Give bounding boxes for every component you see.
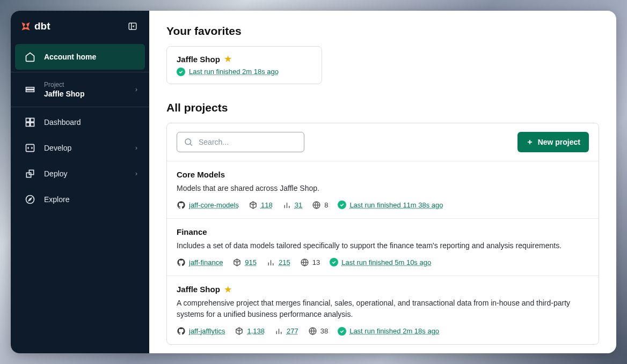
svg-point-11: [26, 196, 34, 204]
project-meta: jaff-finance 915 215 13 Last run finishe…: [177, 258, 589, 267]
status-link[interactable]: Last run finished 11m 38s ago: [349, 201, 443, 209]
project-meta: jaff-core-models 118 31 8 Last run finis…: [177, 200, 589, 210]
status-link[interactable]: Last run finished 5m 10s ago: [341, 258, 431, 266]
nav: Account home Project Jaffle Shop › Dashb…: [11, 41, 149, 216]
github-icon: [177, 258, 186, 267]
models-meta: 1,138: [235, 326, 265, 336]
panel-toolbar: New project: [167, 123, 599, 161]
repo-link[interactable]: jaff-finance: [189, 258, 223, 266]
main-content: Your favorites Jaffle Shop ★ Last run fi…: [149, 11, 616, 353]
svg-rect-4: [26, 118, 30, 122]
project-name-row: Core Models: [177, 170, 225, 179]
favorite-card[interactable]: Jaffle Shop ★ Last run finished 2m 18s a…: [166, 46, 322, 84]
project-description: Models that are shared across Jaffle Sho…: [177, 183, 589, 194]
brand-text: dbt: [34, 20, 50, 32]
metrics-link[interactable]: 31: [295, 201, 302, 209]
repo-meta: jaff-core-models: [177, 200, 239, 210]
star-icon[interactable]: ★: [224, 285, 231, 294]
sidebar-item-dashboard[interactable]: Dashboard: [15, 109, 145, 135]
sidebar-item-label: Deploy: [44, 169, 68, 178]
plus-icon: [526, 138, 534, 146]
svg-rect-6: [26, 123, 30, 127]
folder-icon: [24, 83, 37, 96]
check-icon: [177, 68, 185, 76]
status-meta: Last run finished 5m 10s ago: [330, 258, 431, 266]
sidebar-project-selector[interactable]: Project Jaffle Shop ›: [15, 75, 145, 105]
project-list: Core Models Models that are shared acros…: [167, 161, 599, 345]
project-name: Jaffle Shop: [44, 90, 84, 98]
github-icon: [177, 326, 186, 336]
metrics-meta: 277: [274, 326, 298, 336]
all-projects-title: All projects: [166, 101, 599, 114]
sidebar-item-label: Dashboard: [44, 118, 81, 127]
chevron-right-icon: ›: [135, 144, 137, 152]
sidebar: dbt Account home Project Jaffle Sh: [11, 11, 149, 353]
metrics-link[interactable]: 215: [279, 258, 290, 266]
project-name-row: Finance: [177, 227, 207, 236]
project-item[interactable]: Finance Includes a set of data models ta…: [167, 218, 599, 276]
project-description: Includes a set of data models tailored s…: [177, 240, 589, 251]
search-input[interactable]: [199, 138, 297, 146]
favorite-status: Last run finished 2m 18s ago: [177, 68, 312, 76]
chevron-right-icon: ›: [135, 170, 137, 177]
svg-marker-12: [29, 198, 32, 201]
envs-count: 13: [312, 258, 320, 266]
metrics-meta: 31: [282, 200, 302, 210]
bars-icon: [274, 326, 283, 336]
project-item[interactable]: Jaffle Shop★ A comprehensive project tha…: [167, 276, 599, 345]
sidebar-item-account-home[interactable]: Account home: [15, 44, 145, 70]
repo-meta: jaff-finance: [177, 258, 223, 267]
github-icon: [177, 200, 186, 210]
chevron-right-icon: ›: [135, 86, 137, 93]
code-icon: [24, 142, 37, 154]
sidebar-item-develop[interactable]: Develop ›: [15, 135, 145, 161]
globe-icon: [312, 200, 321, 210]
svg-rect-7: [31, 123, 34, 127]
status-meta: Last run finished 11m 38s ago: [338, 200, 443, 209]
project-name: Finance: [177, 227, 207, 236]
box-icon: [232, 258, 242, 267]
search-box[interactable]: [177, 132, 304, 152]
bars-icon: [282, 200, 291, 210]
models-meta: 915: [232, 258, 257, 267]
logo[interactable]: dbt: [20, 20, 50, 32]
bars-icon: [266, 258, 275, 267]
project-name: Core Models: [177, 170, 225, 179]
project-meta: jaff-jafflytics 1,138 277 38 Last run fi…: [177, 326, 589, 336]
sidebar-item-deploy[interactable]: Deploy ›: [15, 161, 145, 187]
project-item[interactable]: Core Models Models that are shared acros…: [167, 161, 599, 218]
models-link[interactable]: 915: [245, 258, 257, 266]
svg-point-13: [185, 139, 191, 145]
models-link[interactable]: 118: [261, 201, 273, 209]
new-project-label: New project: [538, 138, 580, 146]
sidebar-item-label: Develop: [44, 144, 71, 152]
svg-rect-2: [26, 87, 34, 89]
globe-icon: [308, 326, 317, 336]
compass-icon: [24, 193, 37, 206]
status-link[interactable]: Last run finished 2m 18s ago: [349, 327, 439, 335]
star-icon[interactable]: ★: [224, 54, 231, 64]
collapse-sidebar-button[interactable]: [126, 19, 140, 33]
box-icon: [249, 200, 258, 210]
repo-link[interactable]: jaff-core-models: [189, 201, 239, 209]
svg-line-14: [190, 144, 192, 146]
envs-meta: 38: [308, 326, 328, 336]
metrics-link[interactable]: 277: [287, 327, 298, 335]
repo-link[interactable]: jaff-jafflytics: [189, 327, 225, 335]
deploy-icon: [24, 167, 37, 180]
new-project-button[interactable]: New project: [517, 132, 589, 152]
app-root: dbt Account home Project Jaffle Sh: [11, 11, 616, 353]
favorite-name-row: Jaffle Shop ★: [177, 54, 231, 64]
sidebar-item-label: Explore: [44, 195, 69, 204]
search-icon: [184, 137, 193, 147]
metrics-meta: 215: [266, 258, 290, 267]
sidebar-item-explore[interactable]: Explore: [15, 187, 145, 212]
status-link[interactable]: Last run finished 2m 18s ago: [189, 68, 279, 76]
sidebar-item-label: Account home: [44, 53, 96, 61]
home-icon: [24, 50, 37, 63]
sidebar-header: dbt: [11, 11, 149, 41]
check-icon: [330, 258, 338, 266]
check-icon: [338, 200, 346, 209]
divider: [11, 72, 149, 72]
models-link[interactable]: 1,138: [247, 327, 265, 335]
